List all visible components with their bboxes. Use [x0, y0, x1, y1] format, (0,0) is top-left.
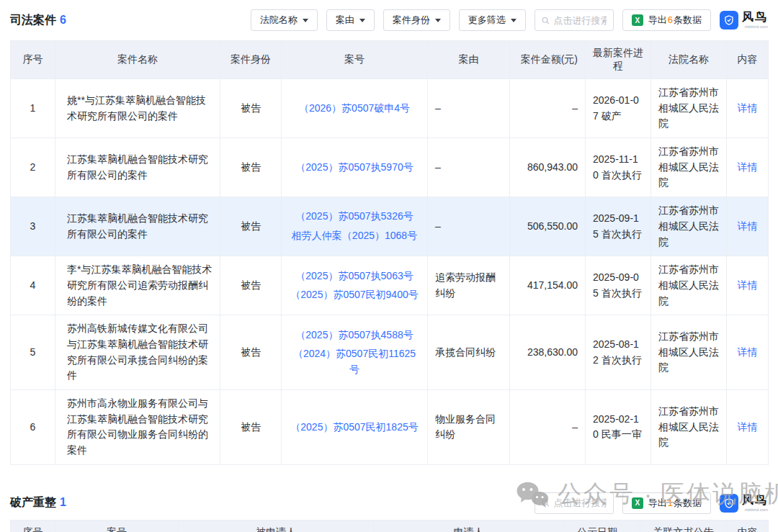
cell-identity: 被告	[220, 256, 282, 315]
cell-cause: 承揽合同纠纷	[428, 315, 510, 390]
bankruptcy-section-title: 破产重整1	[10, 495, 66, 510]
filter-court-name-label: 法院名称	[260, 14, 298, 27]
search-icon	[542, 16, 550, 25]
cell-no: 5	[11, 315, 55, 390]
riskbird-brand: 风鸟 riskbird.com	[720, 11, 768, 30]
excel-icon: X	[632, 497, 643, 509]
chevron-down-icon	[359, 19, 365, 22]
col-respondent: 被申请人	[179, 520, 374, 532]
case-number-link[interactable]: 相劳人仲案（2025）1068号	[292, 228, 417, 244]
case-number-link[interactable]: （2025）苏0507民初9400号	[290, 287, 418, 303]
col-court: 法院名称	[651, 41, 727, 79]
cell-amount: 417,154.00	[510, 256, 586, 315]
case-number-link[interactable]: （2025）苏0507执5063号	[295, 269, 413, 284]
brand-domain: riskbird.com	[745, 508, 768, 512]
cell-case-name: 苏州市高永物业服务有限公司与江苏集萃脑机融合智能技术研究所有限公司物业服务合同纠…	[55, 390, 220, 465]
case-number-link[interactable]: （2024）苏0507民初11625号	[289, 346, 420, 377]
cell-identity: 被告	[220, 315, 282, 390]
filter-court-name[interactable]: 法院名称	[251, 9, 318, 31]
judicial-count-badge: 6	[60, 14, 66, 26]
table-row: 1 姚**与江苏集萃脑机融合智能技术研究所有限公司的案件 被告 （2026）苏0…	[11, 79, 769, 138]
detail-link[interactable]: 详情	[738, 102, 758, 114]
cell-cause: –	[428, 138, 510, 197]
cell-progress: 2025-08-12 首次执行	[586, 315, 651, 390]
shield-logo-icon	[720, 11, 738, 30]
judicial-export-button[interactable]: X 导出6条数据	[622, 9, 711, 31]
case-number-link[interactable]: （2026）苏0507破申4号	[299, 101, 410, 117]
col-publish-date: 公示日期	[564, 520, 640, 532]
detail-link[interactable]: 详情	[738, 346, 758, 358]
cell-progress: 2025-09-05 首次执行	[586, 256, 651, 315]
cell-no: 4	[11, 256, 55, 315]
cell-case-name: 江苏集萃脑机融合智能技术研究所有限公司的案件	[55, 138, 220, 197]
bankruptcy-header-row: 序号 案号 被申请人 申请人 公示日期 关联文书公告 内容	[11, 520, 769, 532]
judicial-search-box[interactable]	[535, 9, 614, 31]
col-case-name: 案件名称	[55, 41, 220, 79]
bankruptcy-count-badge: 1	[60, 496, 66, 508]
col-content: 内容	[727, 520, 769, 532]
table-row: 5 苏州高铁新城传媒文化有限公司与江苏集萃脑机融合智能技术研究所有限公司承揽合同…	[11, 315, 769, 390]
export-label: 导出6条数据	[648, 14, 702, 27]
chevron-down-icon	[511, 19, 517, 22]
bankruptcy-toolbar: 破产重整1 X 导出1条数据 风鸟 riskbird.com	[10, 487, 768, 520]
col-amount: 案件金额(元)	[510, 41, 586, 79]
cell-amount: –	[510, 79, 586, 138]
brand-name: 风鸟	[742, 12, 768, 23]
cell-case-name: 江苏集萃脑机融合智能技术研究所有限公司的案件	[55, 197, 220, 256]
col-case-number: 案号	[282, 41, 428, 79]
case-number-link[interactable]: （2025）苏0507执4588号	[295, 328, 413, 343]
cell-cause: 物业服务合同纠纷	[428, 390, 510, 465]
bankruptcy-search-input[interactable]	[553, 497, 606, 508]
cell-no: 6	[11, 390, 55, 465]
riskbird-brand: 风鸟 riskbird.com	[720, 494, 768, 513]
bankruptcy-export-button[interactable]: X 导出1条数据	[622, 492, 711, 514]
table-row-highlighted: 3 江苏集萃脑机融合智能技术研究所有限公司的案件 被告 （2025）苏0507执…	[11, 197, 769, 256]
detail-link[interactable]: 详情	[738, 421, 758, 433]
filter-identity-label: 案件身份	[393, 14, 430, 27]
case-number-link[interactable]: （2025）苏0507民初1825号	[290, 420, 418, 436]
cell-progress: 2025-09-15 首次执行	[586, 197, 651, 256]
cell-identity: 被告	[220, 138, 282, 197]
filter-cause-label: 案由	[336, 14, 354, 27]
table-row: 4 李*与江苏集萃脑机融合智能技术研究所有限公司追索劳动报酬纠纷的案件 被告 （…	[11, 256, 769, 315]
col-case-number: 案号	[55, 520, 179, 532]
table-row: 6 苏州市高永物业服务有限公司与江苏集萃脑机融合智能技术研究所有限公司物业服务合…	[11, 390, 769, 465]
bankruptcy-table: 序号 案号 被申请人 申请人 公示日期 关联文书公告 内容 1 （2026）苏0…	[10, 520, 769, 532]
cell-identity: 被告	[220, 390, 282, 465]
judicial-search-input[interactable]	[553, 15, 606, 26]
cell-no: 3	[11, 197, 55, 256]
cell-case-name: 李*与江苏集萃脑机融合智能技术研究所有限公司追索劳动报酬纠纷的案件	[55, 256, 220, 315]
detail-link[interactable]: 详情	[738, 161, 758, 173]
col-no: 序号	[11, 520, 55, 532]
cell-cause: –	[428, 79, 510, 138]
table-row: 2 江苏集萃脑机融合智能技术研究所有限公司的案件 被告 （2025）苏0507执…	[11, 138, 769, 197]
cell-progress: 2025-11-10 首次执行	[586, 138, 651, 197]
bankruptcy-search-box[interactable]	[535, 492, 614, 514]
cell-no: 1	[11, 79, 55, 138]
cell-no: 2	[11, 138, 55, 197]
case-number-link[interactable]: （2025）苏0507执5970号	[295, 160, 413, 176]
cell-court: 江苏省苏州市相城区人民法院	[651, 315, 727, 390]
filter-identity[interactable]: 案件身份	[383, 9, 450, 31]
detail-link[interactable]: 详情	[738, 279, 758, 291]
cell-case-name: 苏州高铁新城传媒文化有限公司与江苏集萃脑机融合智能技术研究所有限公司承揽合同纠纷…	[55, 315, 220, 390]
col-content: 内容	[727, 41, 769, 79]
filter-more-label: 更多筛选	[468, 14, 506, 27]
shield-logo-icon	[720, 494, 738, 513]
cell-court: 江苏省苏州市相城区人民法院	[651, 79, 727, 138]
case-number-link[interactable]: （2025）苏0507执5326号	[295, 209, 413, 225]
detail-link[interactable]: 详情	[738, 220, 758, 232]
cell-progress: 2026-01-07 破产	[586, 79, 651, 138]
judicial-header-row: 序号 案件名称 案件身份 案号 案由 案件金额(元) 最新案件进程 法院名称 内…	[11, 41, 769, 79]
search-icon	[542, 498, 550, 508]
filter-cause[interactable]: 案由	[326, 9, 375, 31]
cell-court: 江苏省苏州市相城区人民法院	[651, 390, 727, 465]
filter-more[interactable]: 更多筛选	[459, 9, 526, 31]
cell-cause: 追索劳动报酬纠纷	[428, 256, 510, 315]
cell-case-name: 姚**与江苏集萃脑机融合智能技术研究所有限公司的案件	[55, 79, 220, 138]
cell-amount: 860,943.00	[510, 138, 586, 197]
bankruptcy-title-text: 破产重整	[10, 496, 56, 508]
cell-court: 江苏省苏州市相城区人民法院	[651, 138, 727, 197]
col-identity: 案件身份	[220, 41, 282, 79]
export-label: 导出1条数据	[648, 497, 702, 510]
